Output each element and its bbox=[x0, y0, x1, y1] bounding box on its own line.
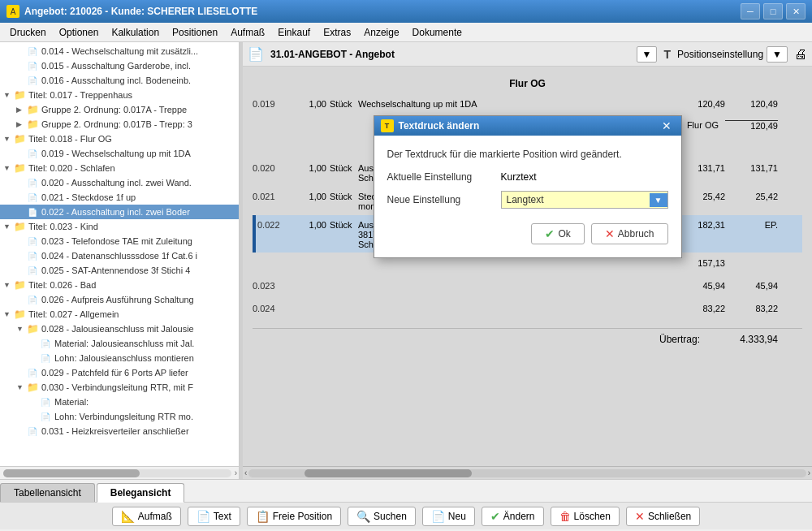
andern-button[interactable]: ✔ Ändern bbox=[482, 507, 544, 526]
tree-item-label: 0.024 - Datenanschlusssdose 1f Cat.6 i bbox=[41, 251, 197, 261]
tree-item[interactable]: 📄0.023 - Telefondose TAE mit Zuleitung bbox=[0, 234, 239, 248]
doc-icon: 📄 bbox=[39, 352, 52, 364]
modal-icon: T bbox=[381, 119, 394, 132]
menu-positionen[interactable]: Positionen bbox=[166, 25, 224, 40]
tree-expand-arrow[interactable]: ▼ bbox=[3, 91, 13, 99]
tree-item[interactable]: ▶📁Gruppe 2. Ordnung: 0.017A - Treppe bbox=[0, 102, 239, 117]
tree-item-label: Lohn: Jalousieanschluss montieren bbox=[54, 353, 194, 363]
tree-item[interactable]: ▼📁Titel: 0.026 - Bad bbox=[0, 278, 239, 292]
tree-item-label: 0.030 - Verbindungsleitung RTR, mit F bbox=[41, 382, 193, 392]
folder-icon: 📁 bbox=[26, 323, 39, 335]
tree-item[interactable]: ▼📁Titel: 0.018 - Flur OG bbox=[0, 132, 239, 146]
tree-hscrollbar[interactable]: › bbox=[0, 466, 239, 479]
tree-item[interactable]: 📄0.029 - Patchfeld für 6 Ports AP liefer bbox=[0, 365, 239, 380]
modal-close-button[interactable]: ✕ bbox=[659, 119, 675, 132]
print-button[interactable]: 🖨 bbox=[794, 47, 807, 62]
menu-anzeige[interactable]: Anzeige bbox=[357, 25, 405, 40]
aufmass-icon: 📐 bbox=[121, 510, 135, 523]
tree-item[interactable]: 📄0.016 - Ausschaltung incl. Bodeneinb. bbox=[0, 73, 239, 88]
tree-expand-arrow[interactable]: ▼ bbox=[3, 135, 13, 143]
tree-item[interactable]: 📄0.024 - Datenanschlusssdose 1f Cat.6 i bbox=[0, 248, 239, 263]
close-button[interactable]: ✕ bbox=[786, 3, 806, 19]
tree-item-label: Material: bbox=[54, 397, 89, 407]
tree-item[interactable]: ▼📁0.028 - Jalousieanschluss mit Jalousie bbox=[0, 322, 239, 336]
tree-item[interactable]: 📄0.025 - SAT-Antennendose 3f Stichi 4 bbox=[0, 263, 239, 278]
tree-expand-arrow[interactable]: ▼ bbox=[16, 383, 26, 391]
modal-cancel-button[interactable]: ✕ Abbruch bbox=[591, 223, 668, 244]
schliessen-label: Schließen bbox=[648, 511, 691, 522]
tree-item[interactable]: ▶📁Gruppe 2. Ordnung: 0.017B - Trepp: 3 bbox=[0, 117, 239, 132]
text-label: Text bbox=[214, 511, 231, 522]
folder-icon: 📁 bbox=[13, 309, 26, 320]
tree-expand-arrow[interactable]: ▼ bbox=[3, 310, 13, 318]
modal-dropdown-button[interactable]: ▼ bbox=[650, 193, 667, 207]
menu-optionen[interactable]: Optionen bbox=[53, 25, 106, 40]
freie-position-icon: 📋 bbox=[256, 510, 270, 523]
loschen-button[interactable]: 🗑 Löschen bbox=[551, 507, 620, 526]
doc-icon: 📄 bbox=[26, 425, 39, 437]
tree-expand-arrow[interactable]: ▼ bbox=[3, 281, 13, 289]
schliessen-button[interactable]: ✕ Schließen bbox=[626, 507, 700, 526]
tree-item[interactable]: 📄0.022 - Ausschaltung incl. zwei Boder bbox=[0, 205, 239, 219]
tree-item[interactable]: 📄Material: bbox=[0, 395, 239, 409]
tree-item-label: 0.015 - Ausschaltung Garderobe, incl. bbox=[41, 61, 191, 71]
position-dropdown[interactable]: ▼ bbox=[767, 46, 788, 63]
right-panel-wrapper: 📄 31.01-ANGEBOT - Angebot ▼ T Positionse… bbox=[243, 42, 812, 479]
menu-kalkulation[interactable]: Kalkulation bbox=[105, 25, 166, 40]
tree-item[interactable]: 📄0.019 - Wechselschaltung up mit 1DA bbox=[0, 146, 239, 161]
tree-item[interactable]: ▼📁Titel: 0.023 - Kind bbox=[0, 219, 239, 234]
document-dropdown[interactable]: ▼ bbox=[637, 46, 658, 63]
text-button[interactable]: 📄 Text bbox=[188, 507, 240, 526]
modal-current-value: Kurztext bbox=[501, 171, 668, 183]
neu-button[interactable]: 📄 Neu bbox=[422, 507, 475, 526]
text-format-icon: T bbox=[663, 48, 671, 61]
tree-item-label: 0.020 - Ausschaltung incl. zwei Wand. bbox=[41, 178, 192, 188]
modal-ok-button[interactable]: ✔ Ok bbox=[531, 223, 584, 244]
tree-item[interactable]: 📄0.015 - Ausschaltung Garderobe, incl. bbox=[0, 58, 239, 73]
modal-new-value-wrapper[interactable]: ▼ bbox=[501, 191, 668, 209]
freie-position-button[interactable]: 📋 Freie Position bbox=[247, 507, 341, 526]
suchen-label: Suchen bbox=[374, 511, 407, 522]
minimize-button[interactable]: ─ bbox=[741, 3, 760, 19]
menu-dokumente[interactable]: Dokumente bbox=[406, 25, 469, 40]
tree-item[interactable]: ▼📁Titel: 0.020 - Schlafen bbox=[0, 161, 239, 175]
tree-item[interactable]: ▼📁Titel: 0.027 - Allgemein bbox=[0, 307, 239, 322]
tree-view[interactable]: 📄0.014 - Wechselschaltung mit zusätzli..… bbox=[0, 42, 239, 466]
tree-item-label: Lohn: Verbindungsleitung RTR mo. bbox=[54, 412, 193, 421]
maximize-button[interactable]: □ bbox=[763, 3, 783, 19]
tree-item[interactable]: 📄Lohn: Jalousieanschluss montieren bbox=[0, 351, 239, 365]
aufmass-button[interactable]: 📐 Aufmaß bbox=[112, 507, 181, 526]
tree-expand-arrow[interactable]: ▶ bbox=[16, 106, 26, 114]
suchen-button[interactable]: 🔍 Suchen bbox=[348, 507, 416, 526]
menu-extras[interactable]: Extras bbox=[317, 25, 357, 40]
menu-aufmass[interactable]: Aufmaß bbox=[224, 25, 271, 40]
tree-expand-arrow[interactable]: ▼ bbox=[3, 222, 13, 231]
modal-new-value-input[interactable] bbox=[502, 192, 650, 208]
tree-item[interactable]: 📄0.020 - Ausschaltung incl. zwei Wand. bbox=[0, 175, 239, 190]
tree-item[interactable]: 📄0.014 - Wechselschaltung mit zusätzli..… bbox=[0, 44, 239, 58]
tree-item[interactable]: 📄0.026 - Aufpreis Ausführung Schaltung bbox=[0, 292, 239, 307]
tree-item[interactable]: 📄Lohn: Verbindungsleitung RTR mo. bbox=[0, 409, 239, 424]
doc-icon: 📄 bbox=[26, 206, 39, 218]
tab-belegansicht[interactable]: Belegansicht bbox=[97, 483, 185, 503]
tree-expand-arrow[interactable]: ▼ bbox=[16, 325, 26, 333]
tree-item[interactable]: 📄0.021 - Steckdose 1f up bbox=[0, 190, 239, 205]
tree-expand-arrow[interactable]: ▼ bbox=[3, 164, 13, 172]
left-panel: 📄0.014 - Wechselschaltung mit zusätzli..… bbox=[0, 42, 240, 479]
modal-body: Der Textdruck für die markierte Position… bbox=[374, 136, 681, 257]
tree-item[interactable]: 📄0.031 - Heizkreisverteiler anschließer bbox=[0, 424, 239, 438]
tree-item[interactable]: ▼📁0.030 - Verbindungsleitung RTR, mit F bbox=[0, 380, 239, 395]
neu-icon: 📄 bbox=[431, 510, 445, 523]
modal-overlay: T Textdruck ändern ✕ Der Textdruck für d… bbox=[243, 67, 812, 479]
tree-item[interactable]: ▼📁Titel: 0.017 - Treppenhaus bbox=[0, 88, 239, 102]
main-container: 📄0.014 - Wechselschaltung mit zusätzli..… bbox=[0, 42, 812, 479]
position-label: Positionseinstellung bbox=[677, 49, 763, 60]
folder-icon: 📁 bbox=[13, 89, 26, 101]
bottom-tabs: Tabellenansicht Belegansicht bbox=[0, 479, 812, 502]
tree-expand-arrow[interactable]: ▶ bbox=[16, 120, 26, 128]
tab-tabellenansicht[interactable]: Tabellenansicht bbox=[0, 483, 95, 502]
right-toolbar: 📄 31.01-ANGEBOT - Angebot ▼ T Positionse… bbox=[243, 42, 812, 67]
tree-item[interactable]: 📄Material: Jalousieanschluss mit Jal. bbox=[0, 336, 239, 351]
menu-einkauf[interactable]: Einkauf bbox=[271, 25, 317, 40]
menu-drucken[interactable]: Drucken bbox=[3, 25, 53, 40]
